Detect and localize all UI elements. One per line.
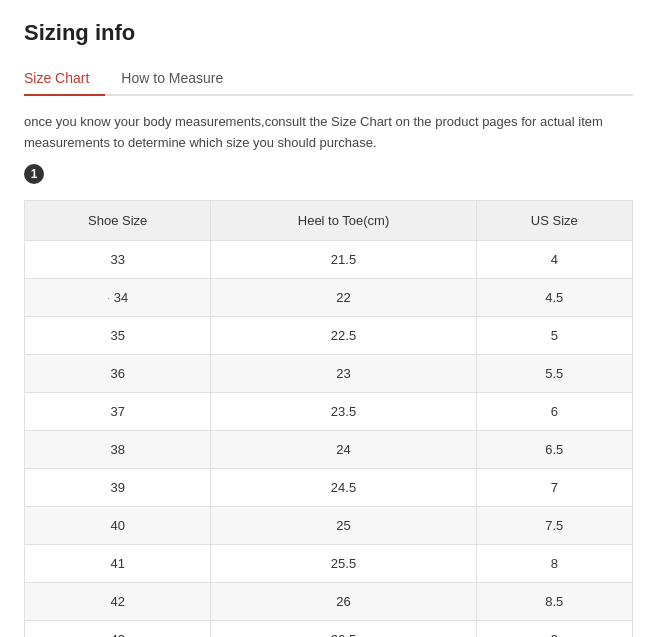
cell-us-size: 8 xyxy=(476,544,632,582)
cell-us-size: 5 xyxy=(476,316,632,354)
cell-shoe-size: 41 xyxy=(25,544,211,582)
table-header-row: Shoe Size Heel to Toe(cm) US Size xyxy=(25,200,633,240)
cell-us-size: 9 xyxy=(476,620,632,637)
cell-us-size: 7 xyxy=(476,468,632,506)
cell-us-size: 8.5 xyxy=(476,582,632,620)
cell-us-size: 6.5 xyxy=(476,430,632,468)
cell-heel-to-toe: 23 xyxy=(211,354,476,392)
header-heel-to-toe: Heel to Toe(cm) xyxy=(211,200,476,240)
cell-us-size: 6 xyxy=(476,392,632,430)
cell-us-size: 4.5 xyxy=(476,278,632,316)
header-shoe-size: Shoe Size xyxy=(25,200,211,240)
cell-shoe-size: 39 xyxy=(25,468,211,506)
cell-shoe-size: 36 xyxy=(25,354,211,392)
cell-heel-to-toe: 22 xyxy=(211,278,476,316)
header-us-size: US Size xyxy=(476,200,632,240)
cell-shoe-size: 33 xyxy=(25,240,211,278)
cell-heel-to-toe: 25 xyxy=(211,506,476,544)
cell-heel-to-toe: 25.5 xyxy=(211,544,476,582)
table-row: 40257.5 xyxy=(25,506,633,544)
cell-shoe-size: 37 xyxy=(25,392,211,430)
table-row: · 34224.5 xyxy=(25,278,633,316)
cell-shoe-size: · 34 xyxy=(25,278,211,316)
table-row: 4125.58 xyxy=(25,544,633,582)
table-row: 36235.5 xyxy=(25,354,633,392)
cell-shoe-size: 38 xyxy=(25,430,211,468)
cell-heel-to-toe: 26 xyxy=(211,582,476,620)
cell-heel-to-toe: 26.5 xyxy=(211,620,476,637)
table-row: 42268.5 xyxy=(25,582,633,620)
table-row: 4326.59 xyxy=(25,620,633,637)
cell-shoe-size: 43 xyxy=(25,620,211,637)
tab-how-to-measure[interactable]: How to Measure xyxy=(121,62,239,96)
description-text: once you know your body measurements,con… xyxy=(24,112,633,154)
cell-us-size: 7.5 xyxy=(476,506,632,544)
cell-heel-to-toe: 24.5 xyxy=(211,468,476,506)
table-row: 3924.57 xyxy=(25,468,633,506)
cell-heel-to-toe: 23.5 xyxy=(211,392,476,430)
info-badge: 1 xyxy=(24,164,44,184)
cell-us-size: 5.5 xyxy=(476,354,632,392)
table-row: 38246.5 xyxy=(25,430,633,468)
dot-indicator: · xyxy=(107,293,110,304)
cell-shoe-size: 40 xyxy=(25,506,211,544)
page-title: Sizing info xyxy=(24,20,633,46)
cell-heel-to-toe: 21.5 xyxy=(211,240,476,278)
size-table: Shoe Size Heel to Toe(cm) US Size 3321.5… xyxy=(24,200,633,637)
cell-shoe-size: 35 xyxy=(25,316,211,354)
cell-heel-to-toe: 24 xyxy=(211,430,476,468)
table-row: 3522.55 xyxy=(25,316,633,354)
cell-heel-to-toe: 22.5 xyxy=(211,316,476,354)
tabs-container: Size Chart How to Measure xyxy=(24,62,633,96)
table-row: 3723.56 xyxy=(25,392,633,430)
cell-us-size: 4 xyxy=(476,240,632,278)
tab-size-chart[interactable]: Size Chart xyxy=(24,62,105,96)
table-row: 3321.54 xyxy=(25,240,633,278)
cell-shoe-size: 42 xyxy=(25,582,211,620)
